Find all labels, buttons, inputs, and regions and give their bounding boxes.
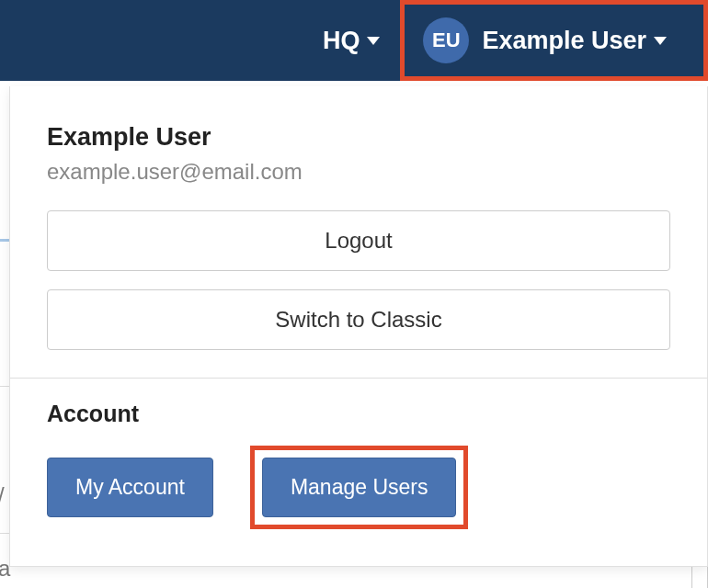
topbar: HQ EU Example User (0, 0, 708, 81)
background-text-fragment: / (0, 482, 5, 508)
dropdown-user-name: Example User (47, 123, 670, 152)
user-label: Example User (482, 27, 646, 55)
avatar: EU (423, 17, 469, 63)
user-dropdown-highlight: EU Example User (400, 0, 708, 81)
user-info-section: Example User example.user@email.com Logo… (10, 86, 707, 378)
manage-users-button[interactable]: Manage Users (262, 458, 457, 517)
account-section: Account My Account Manage Users (10, 379, 707, 566)
user-dropdown-panel: Example User example.user@email.com Logo… (9, 86, 708, 567)
hq-dropdown-trigger[interactable]: HQ (312, 21, 392, 61)
logout-button[interactable]: Logout (47, 210, 670, 271)
caret-down-icon (367, 37, 380, 45)
account-buttons-row: My Account Manage Users (47, 446, 670, 529)
my-account-button[interactable]: My Account (47, 458, 213, 517)
account-section-title: Account (47, 401, 670, 427)
manage-users-highlight: Manage Users (250, 446, 469, 529)
user-dropdown-trigger[interactable]: EU Example User (412, 12, 678, 69)
switch-to-classic-button[interactable]: Switch to Classic (47, 289, 670, 350)
caret-down-icon (654, 37, 667, 45)
avatar-initials: EU (432, 28, 461, 52)
hq-label: HQ (323, 27, 360, 55)
dropdown-user-email: example.user@email.com (47, 159, 670, 185)
